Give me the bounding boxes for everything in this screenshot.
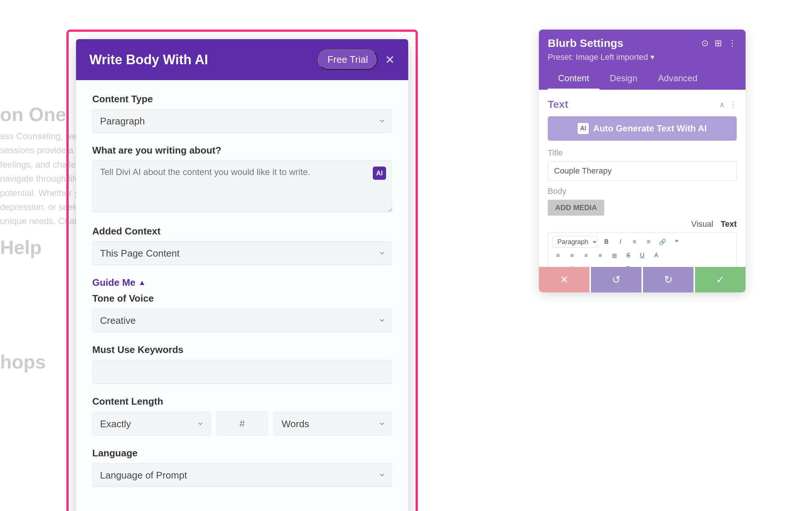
ai-icon: AI	[373, 167, 386, 180]
blurb-title: Blurb Settings	[548, 37, 623, 49]
toolbar-align-justify-btn[interactable]: ≡	[595, 250, 606, 261]
toolbar-color-btn[interactable]: A	[651, 250, 662, 261]
modal-body: Content Type Paragraph Heading List Quot…	[76, 80, 408, 511]
toolbar-fullscreen-btn[interactable]: ⤢	[609, 263, 620, 267]
blurb-more-icon[interactable]: ⋮	[728, 38, 737, 48]
add-media-button[interactable]: ADD MEDIA	[548, 200, 604, 216]
guide-me-link[interactable]: Guide Me ▲	[92, 277, 146, 288]
guide-me-arrow-icon: ▲	[138, 278, 146, 287]
blurb-options-icon[interactable]: ⋮	[729, 100, 737, 109]
toolbar-table-btn[interactable]: ⊞	[609, 250, 620, 261]
blurb-tab-content[interactable]: Content	[548, 68, 599, 90]
toolbar-row-2: ≡ ≡ ≡ ≡ ⊞ S U A	[553, 250, 732, 261]
toolbar-quote-btn[interactable]: ❝	[671, 236, 682, 247]
blurb-panel: Blurb Settings ⊙ ⊞ ⋮ Preset: Image Left …	[539, 30, 746, 292]
blurb-text-section-header: Text ∧ ⋮	[548, 99, 737, 110]
footer-redo-button[interactable]: ↻	[643, 267, 694, 292]
blurb-preset[interactable]: Preset: Image Left imported ▾	[548, 52, 737, 62]
blurb-layout-icon[interactable]: ⊞	[715, 38, 722, 48]
blurb-header-top: Blurb Settings ⊙ ⊞ ⋮	[548, 37, 737, 49]
footer-confirm-button[interactable]: ✓	[695, 267, 746, 292]
tone-of-voice-group: Tone of Voice Creative Formal Casual Pro…	[92, 293, 392, 332]
modal-title: Write Body With AI	[89, 52, 208, 68]
content-length-label: Content Length	[92, 396, 392, 407]
length-number-input[interactable]	[216, 412, 268, 436]
toolbar-strike-btn[interactable]: S	[623, 250, 634, 261]
blurb-footer: ✕ ↺ ↻ ✓	[539, 267, 746, 292]
toolbar-emoji-btn[interactable]: ☺	[637, 263, 648, 267]
modal-header-right: Free Trial ✕	[318, 49, 395, 70]
footer-cancel-button[interactable]: ✕	[539, 267, 589, 292]
content-length-group: Content Length Exactly At Least At Most …	[92, 396, 392, 436]
toolbar-special-char-btn[interactable]: Ω	[623, 263, 634, 267]
toolbar-bold-btn[interactable]: B	[601, 236, 612, 247]
language-group: Language Language of Prompt English Span…	[92, 447, 392, 487]
added-context-select[interactable]: This Page Content None Custom	[92, 241, 392, 265]
footer-undo-button[interactable]: ↺	[591, 267, 641, 292]
bg-section2-title: Help	[0, 236, 42, 258]
blurb-section-icons: ∧ ⋮	[719, 100, 737, 109]
content-type-group: Content Type Paragraph Heading List Quot…	[92, 93, 392, 133]
bg-section1-title: on One	[0, 103, 66, 126]
keywords-input[interactable]	[92, 360, 392, 384]
textarea-wrapper: AI	[92, 161, 392, 214]
writing-about-label: What are you writing about?	[92, 145, 392, 156]
blurb-collapse-icon[interactable]: ∧	[719, 100, 725, 109]
toolbar-align-right-btn[interactable]: ≡	[581, 250, 592, 261]
modal-header: Write Body With AI Free Trial ✕	[76, 39, 408, 80]
length-unit-select[interactable]: Words Sentences Paragraphs	[274, 412, 392, 436]
blurb-tabs: Content Design Advanced	[548, 68, 737, 90]
toolbar-align-left-btn[interactable]: ≡	[553, 250, 564, 261]
blurb-header: Blurb Settings ⊙ ⊞ ⋮ Preset: Image Left …	[539, 30, 746, 90]
toolbar-redo-btn[interactable]: ↪	[665, 263, 676, 267]
toolbar-ol-btn[interactable]: ≡	[643, 236, 654, 247]
blurb-header-icons: ⊙ ⊞ ⋮	[701, 38, 737, 48]
visual-tab[interactable]: Visual	[691, 219, 713, 229]
content-type-label: Content Type	[92, 93, 392, 105]
language-label: Language	[92, 447, 392, 459]
toolbar-paragraph-select[interactable]: Paragraph	[553, 236, 598, 248]
auto-generate-button[interactable]: AI Auto Generate Text With AI	[548, 116, 737, 141]
tone-of-voice-select[interactable]: Creative Formal Casual Professional	[92, 309, 392, 332]
tone-of-voice-label: Tone of Voice	[92, 293, 392, 304]
toolbar-superscript-btn[interactable]: I	[567, 263, 578, 267]
auto-gen-ai-icon: AI	[578, 123, 589, 134]
added-context-label: Added Context	[92, 226, 392, 237]
keywords-group: Must Use Keywords	[92, 344, 392, 384]
content-length-type-select[interactable]: Exactly At Least At Most	[92, 412, 210, 436]
blurb-tab-advanced[interactable]: Advanced	[648, 68, 708, 90]
toolbar-indent-more-btn[interactable]: ≫	[595, 263, 606, 267]
bg-section3-title: hops	[0, 351, 46, 373]
blurb-title-label: Title	[548, 148, 737, 158]
toolbar-row-1: Paragraph B I ≡ ≡ 🔗 ❝	[553, 236, 732, 248]
blurb-target-icon[interactable]: ⊙	[701, 38, 709, 48]
blurb-section-title: Text	[548, 99, 568, 110]
ai-modal: Write Body With AI Free Trial ✕ Content …	[76, 39, 408, 511]
modal-highlight-border: Write Body With AI Free Trial ✕ Content …	[66, 30, 418, 511]
blurb-title-input[interactable]	[548, 161, 737, 181]
toolbar-ul-btn[interactable]: ≡	[629, 236, 640, 247]
content-length-row: Exactly At Least At Most Words Sentences…	[92, 412, 392, 436]
language-select[interactable]: Language of Prompt English Spanish Frenc…	[92, 463, 392, 487]
visual-text-tabs: Visual Text	[548, 219, 737, 229]
content-type-select[interactable]: Paragraph Heading List Quote	[92, 109, 392, 133]
free-trial-badge[interactable]: Free Trial	[318, 49, 378, 70]
toolbar-undo-btn[interactable]: ↩	[651, 263, 662, 267]
toolbar-underline-btn[interactable]: U	[637, 250, 648, 261]
close-button[interactable]: ✕	[385, 53, 395, 67]
editor-toolbar: Paragraph B I ≡ ≡ 🔗 ❝ ≡ ≡ ≡ ≡ ⊞ S U	[548, 233, 737, 267]
toolbar-subscript-btn[interactable]: x₂	[553, 263, 564, 267]
auto-generate-label: Auto Generate Text With AI	[593, 123, 707, 134]
writing-about-textarea[interactable]	[92, 161, 392, 212]
toolbar-link-btn[interactable]: 🔗	[657, 236, 668, 247]
blurb-body: Text ∧ ⋮ AI Auto Generate Text With AI T…	[539, 90, 746, 267]
blurb-scroll-area: Text ∧ ⋮ AI Auto Generate Text With AI T…	[539, 90, 746, 267]
blurb-tab-design[interactable]: Design	[599, 68, 648, 90]
blurb-body-label: Body	[548, 186, 737, 196]
toolbar-indent-less-btn[interactable]: ≪	[581, 263, 592, 267]
text-tab[interactable]: Text	[720, 219, 737, 229]
toolbar-align-center-btn[interactable]: ≡	[567, 250, 578, 261]
keywords-label: Must Use Keywords	[92, 344, 392, 356]
added-context-group: Added Context This Page Content None Cus…	[92, 226, 392, 265]
toolbar-italic-btn[interactable]: I	[615, 236, 626, 247]
